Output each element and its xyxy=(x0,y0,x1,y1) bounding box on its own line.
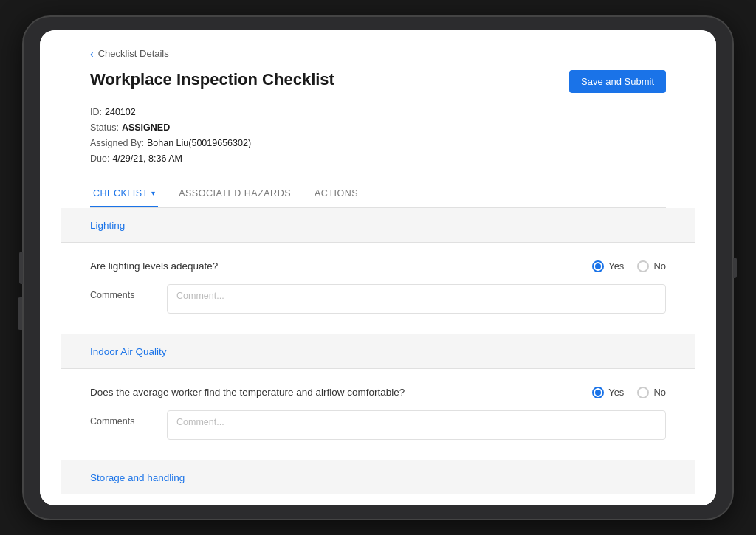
radio-no-label-2: No xyxy=(653,387,666,398)
comments-row-1: Comments xyxy=(90,284,666,314)
meta-assigned-row: Assigned By: Bohan Liu(50019656302) xyxy=(90,136,666,151)
home-indicator xyxy=(18,297,22,330)
question-text-2: Does the average worker find the tempera… xyxy=(90,387,405,398)
tablet-screen: ‹ Checklist Details Workplace Inspection… xyxy=(40,30,716,505)
status-label: Status: xyxy=(90,120,119,136)
radio-circle-no-1[interactable] xyxy=(637,260,649,272)
radio-yes-label-1: Yes xyxy=(608,260,624,272)
tab-checklist[interactable]: CHECKLIST ▾ xyxy=(90,181,158,207)
section-storage-title: Storage and handling xyxy=(90,472,185,483)
question-text-1: Are lighting levels adequate? xyxy=(90,260,218,272)
question-block-2: Does the average worker find the tempera… xyxy=(90,369,666,460)
radio-circle-yes-1[interactable] xyxy=(592,260,604,272)
comment-input-2[interactable] xyxy=(167,410,666,440)
status-value: ASSIGNED xyxy=(122,120,170,136)
comments-label-2: Comments xyxy=(90,410,149,427)
tab-checklist-label: CHECKLIST xyxy=(93,188,148,199)
tab-chevron-icon: ▾ xyxy=(151,189,156,197)
section-indoor-air-title: Indoor Air Quality xyxy=(90,346,167,357)
page-header: Workplace Inspection Checklist Save and … xyxy=(90,70,666,93)
tablet-frame: ‹ Checklist Details Workplace Inspection… xyxy=(24,17,732,519)
tab-associated-hazards[interactable]: ASSOCIATED HAZARDS xyxy=(176,181,294,207)
breadcrumb[interactable]: ‹ Checklist Details xyxy=(90,48,666,60)
meta-id-row: ID: 240102 xyxy=(90,105,666,120)
radio-yes-2[interactable]: Yes xyxy=(592,387,624,398)
radio-group-1: Yes No xyxy=(592,260,666,272)
tabs-bar: CHECKLIST ▾ ASSOCIATED HAZARDS ACTIONS xyxy=(90,181,666,208)
page-content[interactable]: ‹ Checklist Details Workplace Inspection… xyxy=(40,30,716,505)
meta-due-row: Due: 4/29/21, 8:36 AM xyxy=(90,151,666,167)
page-title: Workplace Inspection Checklist xyxy=(90,70,334,89)
radio-circle-yes-2[interactable] xyxy=(592,387,604,398)
due-label: Due: xyxy=(90,151,109,167)
tab-hazards-label: ASSOCIATED HAZARDS xyxy=(179,188,291,199)
comment-input-1[interactable] xyxy=(167,284,666,314)
id-value: 240102 xyxy=(105,105,136,120)
tab-actions[interactable]: ACTIONS xyxy=(312,181,361,207)
breadcrumb-label: Checklist Details xyxy=(98,48,169,59)
radio-circle-no-2[interactable] xyxy=(637,387,649,398)
id-label: ID: xyxy=(90,105,102,120)
back-arrow-icon[interactable]: ‹ xyxy=(90,48,94,60)
assigned-label: Assigned By: xyxy=(90,136,144,151)
question-block-1: Are lighting levels adequate? Yes No xyxy=(90,243,666,334)
radio-no-2[interactable]: No xyxy=(637,387,666,398)
radio-no-label-1: No xyxy=(653,260,666,272)
radio-group-2: Yes No xyxy=(592,387,666,398)
meta-status-row: Status: ASSIGNED xyxy=(90,120,666,136)
radio-yes-1[interactable]: Yes xyxy=(592,260,624,272)
section-storage: Storage and handling xyxy=(61,460,695,494)
comments-label-1: Comments xyxy=(90,284,149,300)
due-value: 4/29/21, 8:36 AM xyxy=(112,151,182,167)
radio-no-1[interactable]: No xyxy=(637,260,666,272)
meta-info: ID: 240102 Status: ASSIGNED Assigned By:… xyxy=(90,105,666,168)
section-indoor-air: Indoor Air Quality xyxy=(61,334,695,368)
question-row-2: Does the average worker find the tempera… xyxy=(90,387,666,398)
tab-actions-label: ACTIONS xyxy=(315,188,358,199)
section-lighting: Lighting xyxy=(61,208,695,242)
assigned-value: Bohan Liu(50019656302) xyxy=(147,136,251,151)
radio-yes-label-2: Yes xyxy=(608,387,624,398)
save-submit-button[interactable]: Save and Submit xyxy=(569,70,666,93)
section-lighting-title: Lighting xyxy=(90,220,125,231)
comments-row-2: Comments xyxy=(90,410,666,440)
question-row-1: Are lighting levels adequate? Yes No xyxy=(90,260,666,272)
